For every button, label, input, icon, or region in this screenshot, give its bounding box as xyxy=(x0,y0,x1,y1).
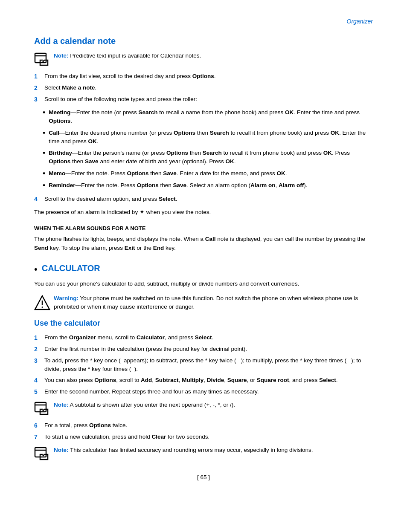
bullet-memo: • Memo—Enter the note. Press Options the… xyxy=(43,169,373,179)
note-arrow-icon xyxy=(34,52,49,66)
warning-triangle-icon xyxy=(34,295,49,310)
bullet-dot: • xyxy=(43,149,45,158)
note2-text: Note: A subtotal is shown after you ente… xyxy=(54,401,235,409)
step-3-content: Scroll to one of the following note type… xyxy=(44,95,197,104)
warning-body: Your phone must be switched on to use th… xyxy=(54,295,358,310)
step-2: 2 Select Make a note. xyxy=(34,84,373,93)
bullet-reminder: • Reminder—Enter the note. Press Options… xyxy=(43,181,373,191)
step-4: 4 Scroll to the desired alarm option, an… xyxy=(34,195,373,204)
alarm-para: The phone flashes its lights, beeps, and… xyxy=(34,235,373,252)
alarm-subsection-title: WHEN THE ALARM SOUNDS FOR A NOTE xyxy=(34,224,373,233)
steps-list-2: 4 Scroll to the desired alarm option, an… xyxy=(34,195,373,204)
page-number: [ 65 ] xyxy=(197,474,210,480)
calendar-note-text: Note: Predictive text input is available… xyxy=(54,52,201,60)
calc-step-2-content: Enter the first number in the calculatio… xyxy=(44,345,247,353)
note-types-list: • Meeting—Enter the note (or press Searc… xyxy=(43,108,373,191)
note3-body: This calculator has limited accuracy and… xyxy=(70,447,313,453)
calc-step-num-7: 7 xyxy=(34,433,41,442)
note2-label: Note: xyxy=(54,402,69,408)
bullet-reminder-text: Reminder—Enter the note. Press Options t… xyxy=(49,181,307,190)
calc-step-1-content: From the Organizer menu, scroll to Calcu… xyxy=(44,333,213,342)
section-bullet: • xyxy=(34,265,38,274)
bullet-meeting-text: Meeting—Enter the note (or press Search … xyxy=(49,108,373,126)
calc-step-num-5: 5 xyxy=(34,387,41,396)
calc-step-3: 3 To add, press the * key once ( appears… xyxy=(34,356,373,374)
bullet-dot: • xyxy=(43,169,45,179)
calc-step-5-content: Enter the second number. Repeat steps th… xyxy=(44,387,259,396)
svg-point-6 xyxy=(42,306,43,308)
calculator-title: CALCULATOR xyxy=(42,262,100,275)
calculator-steps-cont: 6 For a total, press Options twice. 7 To… xyxy=(34,421,373,442)
calc-step-num-6: 6 xyxy=(34,421,41,430)
step-num-2: 2 xyxy=(34,84,41,93)
page-header: Organizer xyxy=(34,17,373,26)
calc-step-1: 1 From the Organizer menu, scroll to Cal… xyxy=(34,333,373,342)
calc-step-num-3: 3 xyxy=(34,356,41,365)
step-1-content: From the day list view, scroll to the de… xyxy=(44,72,215,81)
calc-step-2: 2 Enter the first number in the calculat… xyxy=(34,345,373,354)
note2-arrow-icon xyxy=(34,402,49,415)
calculator-steps: 1 From the Organizer menu, scroll to Cal… xyxy=(34,333,373,397)
calc-step-6-content: For a total, press Options twice. xyxy=(44,421,127,430)
note2-box: Note: A subtotal is shown after you ente… xyxy=(34,401,373,415)
calc-step-4: 4 You can also press Options, scroll to … xyxy=(34,376,373,385)
calc-step-6: 6 For a total, press Options twice. xyxy=(34,421,373,430)
svg-line-9 xyxy=(43,409,44,411)
steps-list-1: 1 From the day list view, scroll to the … xyxy=(34,72,373,104)
bullet-dot: • xyxy=(43,108,45,118)
calc-step-5: 5 Enter the second number. Repeat steps … xyxy=(34,387,373,396)
calculator-section: • CALCULATOR You can use your phone's ca… xyxy=(34,262,373,460)
step-2-content: Select Make a note. xyxy=(44,84,96,92)
bullet-call: • Call—Enter the desired phone number (o… xyxy=(43,129,373,146)
svg-line-12 xyxy=(43,454,44,456)
step-num-3: 3 xyxy=(34,95,41,104)
gear-symbol: ✦ xyxy=(140,209,145,215)
warning-box: Warning: Your phone must be switched on … xyxy=(34,294,373,312)
note-body: Predictive text input is available for C… xyxy=(70,52,201,59)
alarm-presence-note: The presence of an alarm is indicated by… xyxy=(34,208,373,217)
bullet-memo-text: Memo—Enter the note. Press Options then … xyxy=(49,169,287,178)
note-label: Note: xyxy=(54,52,69,59)
warning-text: Warning: Your phone must be switched on … xyxy=(54,294,373,312)
bullet-call-text: Call—Enter the desired phone number (or … xyxy=(49,129,373,146)
step-num-4: 4 xyxy=(34,195,41,204)
calc-step-4-content: You can also press Options, scroll to Ad… xyxy=(44,376,338,385)
note3-box: Note: This calculator has limited accura… xyxy=(34,446,373,460)
calculator-intro: You can use your phone's calculator to a… xyxy=(34,280,373,288)
note3-arrow-icon xyxy=(34,447,49,460)
calc-step-3-content: To add, press the * key once ( appears);… xyxy=(44,356,373,374)
calc-step-num-2: 2 xyxy=(34,345,41,354)
note3-text: Note: This calculator has limited accura… xyxy=(54,446,313,454)
add-calendar-note-title: Add a calendar note xyxy=(34,35,373,47)
bullet-dot: • xyxy=(43,129,45,138)
calc-step-7-content: To start a new calculation, press and ho… xyxy=(44,433,209,441)
calc-step-7: 7 To start a new calculation, press and … xyxy=(34,433,373,442)
bullet-birthday-text: Birthday—Enter the person's name (or pre… xyxy=(49,149,373,166)
svg-line-2 xyxy=(43,60,44,62)
page-footer: [ 65 ] xyxy=(34,473,373,482)
note3-label: Note: xyxy=(54,447,69,453)
step-1: 1 From the day list view, scroll to the … xyxy=(34,72,373,81)
alarm-section: WHEN THE ALARM SOUNDS FOR A NOTE The pho… xyxy=(34,224,373,252)
calc-step-num-1: 1 xyxy=(34,333,41,342)
calendar-note-box: Note: Predictive text input is available… xyxy=(34,52,373,66)
use-calculator-title: Use the calculator xyxy=(34,318,373,329)
note2-body: A subtotal is shown after you enter the … xyxy=(70,402,235,408)
calculator-heading-row: • CALCULATOR xyxy=(34,262,373,277)
bullet-meeting: • Meeting—Enter the note (or press Searc… xyxy=(43,108,373,126)
step-3: 3 Scroll to one of the following note ty… xyxy=(34,95,373,104)
step-num-1: 1 xyxy=(34,72,41,81)
bullet-birthday: • Birthday—Enter the person's name (or p… xyxy=(43,149,373,166)
calc-step-num-4: 4 xyxy=(34,376,41,385)
header-title: Organizer xyxy=(347,18,373,25)
bullet-dot: • xyxy=(43,181,45,191)
step-4-content: Scroll to the desired alarm option, and … xyxy=(44,195,177,203)
warning-label: Warning: xyxy=(54,295,78,301)
